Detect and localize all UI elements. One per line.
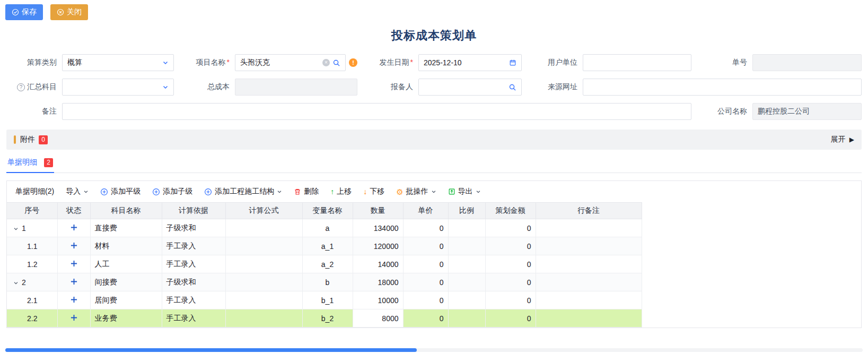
qty-editor[interactable]: 8000 <box>353 309 403 328</box>
batch-ops-button[interactable]: ⚙ 批操作 <box>396 187 436 196</box>
cell-basis: 手工录入 <box>162 291 225 309</box>
cell-subject: 材料 <box>90 237 162 255</box>
close-button[interactable]: 关闭 <box>50 4 88 20</box>
occur-date-value: 2025-12-10 <box>424 58 506 67</box>
cell-amount: 0 <box>485 219 536 237</box>
cell-basis: 子级求和 <box>162 273 225 291</box>
user-unit-input[interactable] <box>583 54 691 71</box>
cell-variable: a_1 <box>302 237 353 255</box>
field-remark: 备注 <box>6 103 691 120</box>
occur-date-input[interactable]: 2025-12-10 <box>418 54 522 71</box>
cell-ratio <box>448 291 485 309</box>
save-button-label: 保存 <box>22 7 37 17</box>
row-seq: 2.2 <box>27 314 37 323</box>
clear-icon[interactable]: × <box>322 59 330 66</box>
cell-price: 0 <box>403 219 448 237</box>
cell-amount: 0 <box>485 291 536 309</box>
add-structure-label: 添加工程施工结构 <box>215 187 274 196</box>
cell-status <box>57 219 90 237</box>
move-up-button[interactable]: ↑ 上移 <box>330 187 352 196</box>
cell-amount: 0 <box>485 273 536 291</box>
expand-arrow-icon: ▶ <box>849 136 854 143</box>
project-name-value: 头孢沃克 <box>240 58 320 67</box>
add-row-icon[interactable] <box>71 314 77 321</box>
chevron-down-icon <box>476 189 481 194</box>
horizontal-scrollbar[interactable] <box>5 348 863 352</box>
cell-subject: 人工 <box>90 255 162 273</box>
expand-label: 展开 <box>831 135 846 144</box>
table-row[interactable]: 1.1材料手工录入a_112000000 <box>7 237 642 255</box>
column-header-3: 计算依据 <box>162 203 225 219</box>
cell-row_remark <box>536 273 642 291</box>
row-seq: 2 <box>22 278 26 287</box>
scrollbar-thumb[interactable] <box>5 348 417 352</box>
info-icon[interactable]: ! <box>349 58 357 67</box>
move-down-button[interactable]: ↓ 下移 <box>363 187 384 196</box>
add-row-icon[interactable] <box>71 242 77 249</box>
add-sibling-button[interactable]: 添加平级 <box>100 187 141 196</box>
tab-detail-badge: 2 <box>44 158 53 167</box>
cell-row_remark <box>536 219 642 237</box>
column-header-6: 数量 <box>353 203 403 219</box>
search-icon[interactable] <box>508 83 516 91</box>
doc-no-input <box>752 54 862 71</box>
source-url-input[interactable] <box>583 79 862 96</box>
remark-input[interactable] <box>62 103 691 120</box>
export-button[interactable]: 导出 <box>448 187 481 196</box>
field-project-name: 项目名称* 头孢沃克 × ! <box>179 54 357 71</box>
add-row-icon[interactable] <box>71 260 77 267</box>
row-seq: 2.1 <box>27 296 37 305</box>
cell-status <box>57 255 90 273</box>
cell-price: 0 <box>403 309 448 328</box>
search-icon[interactable] <box>332 59 340 67</box>
field-user-unit: 用户单位 <box>527 54 691 71</box>
table-row[interactable]: 1.2人工手工录入a_21400000 <box>7 255 642 273</box>
expand-caret-icon[interactable] <box>13 280 19 286</box>
delete-button[interactable]: 删除 <box>294 187 319 196</box>
chevron-down-icon <box>277 189 282 194</box>
table-row[interactable]: 1直接费子级求和a13400000 <box>7 219 642 237</box>
page-title: 投标成本策划单 <box>0 28 868 44</box>
tab-detail-label: 单据明细 <box>7 158 37 167</box>
table-row[interactable]: 2.2业务费手工录入b_2800000 <box>7 309 642 328</box>
move-up-label: 上移 <box>337 187 352 196</box>
user-unit-label: 用户单位 <box>527 58 577 67</box>
add-row-icon[interactable] <box>71 224 77 231</box>
cell-basis: 手工录入 <box>162 237 225 255</box>
add-sibling-label: 添加平级 <box>111 187 141 196</box>
help-icon[interactable]: ? <box>17 83 25 91</box>
trash-icon <box>294 188 301 195</box>
plan-type-value: 概算 <box>67 58 160 67</box>
table-row[interactable]: 2间接费子级求和b1800000 <box>7 273 642 291</box>
plan-type-select[interactable]: 概算 <box>62 54 174 71</box>
project-name-input[interactable]: 头孢沃克 × <box>235 54 346 71</box>
calendar-icon[interactable] <box>509 59 516 66</box>
cell-ratio <box>448 237 485 255</box>
cell-row_remark <box>536 291 642 309</box>
cell-status <box>57 237 90 255</box>
arrow-down-icon: ↓ <box>363 187 367 196</box>
company-name-label: 公司名称 <box>697 107 747 116</box>
tab-detail[interactable]: 单据明细 2 <box>6 155 54 173</box>
delete-label: 删除 <box>304 187 319 196</box>
cell-seq: 1.1 <box>7 237 57 255</box>
save-button[interactable]: 保存 <box>5 4 43 20</box>
reporter-input[interactable] <box>418 79 522 96</box>
add-child-button[interactable]: 添加子级 <box>152 187 192 196</box>
add-structure-button[interactable]: 添加工程施工结构 <box>204 187 282 196</box>
circle-plus-icon <box>100 188 108 196</box>
import-button[interactable]: 导入 <box>66 187 89 196</box>
cell-amount: 0 <box>485 255 536 273</box>
action-bar: 保存 关闭 <box>0 0 868 20</box>
export-icon <box>448 188 455 195</box>
chevron-down-icon <box>431 189 436 194</box>
table-row[interactable]: 2.1居间费手工录入b_11000000 <box>7 291 642 309</box>
summary-subject-select[interactable] <box>62 79 174 96</box>
add-row-icon[interactable] <box>71 296 77 303</box>
expand-toggle[interactable]: 展开 ▶ <box>831 135 854 144</box>
required-marker: * <box>227 58 230 66</box>
add-row-icon[interactable] <box>71 278 77 285</box>
expand-caret-icon[interactable] <box>13 226 19 231</box>
cell-seq: 2 <box>7 273 57 291</box>
cell-subject: 业务费 <box>90 309 162 328</box>
